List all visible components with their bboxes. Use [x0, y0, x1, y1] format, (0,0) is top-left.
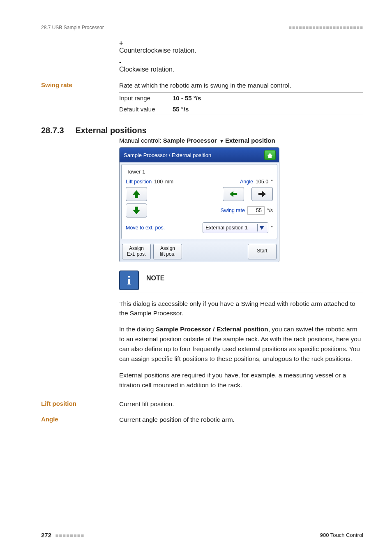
swing-rate-desc: Rate at which the robotic arm is swung i…	[119, 81, 363, 90]
external-position-selected: External position 1	[205, 225, 248, 231]
default-value-row: Default value 55 °/s	[119, 104, 363, 115]
assign-ext-pos-l1: Assign	[126, 246, 147, 252]
angle-unit: °	[271, 179, 273, 185]
assign-lift-pos-l2: lift pos.	[157, 252, 178, 257]
footer-product: 900 Touch Control	[320, 532, 363, 538]
default-value-label: Default value	[119, 104, 173, 115]
breadcrumb-a: Sample Processor	[163, 137, 217, 144]
assign-lift-pos-button[interactable]: Assign lift pos.	[153, 244, 182, 259]
input-range-label: Input range	[119, 93, 173, 104]
lift-position-desc: Current lift position.	[119, 399, 363, 409]
screenshot: Sample Processor / External position Tow…	[119, 147, 279, 262]
angle-heading: Angle	[41, 415, 119, 423]
swing-right-button[interactable]	[251, 187, 273, 201]
input-range-value: 10 - 55 °/s	[173, 93, 363, 104]
external-position-unit: °	[271, 225, 273, 231]
default-value-value: 55 °/s	[173, 104, 363, 115]
lift-position-heading: Lift position	[41, 399, 119, 407]
lift-position-unit: mm	[165, 179, 173, 185]
assign-lift-pos-l1: Assign	[157, 246, 178, 252]
arrow-down-icon	[132, 206, 141, 215]
para1-a: In the dialog	[119, 326, 156, 333]
assign-ext-pos-l2: Ext. pos.	[126, 252, 147, 257]
tower-label: Tower 1	[127, 169, 273, 175]
breadcrumb-separator-icon: ▶	[219, 140, 224, 143]
start-button[interactable]: Start	[248, 244, 277, 259]
svg-marker-2	[258, 191, 266, 197]
breadcrumb-prefix: Manual control:	[119, 137, 163, 144]
note-title: NOTE	[146, 275, 164, 286]
swing-rate-label: Swing rate	[41, 81, 119, 88]
para1-b: Sample Processor / External position	[156, 326, 268, 333]
move-to-ext-pos-label: Move to ext. pos.	[126, 225, 165, 231]
plus-desc: Counterclockwise rotation.	[119, 47, 363, 54]
chevron-down-icon	[257, 224, 265, 231]
angle-label: Angle	[240, 179, 253, 185]
para2: External positions are required if you h…	[119, 370, 363, 390]
input-range-row: Input range 10 - 55 °/s	[119, 93, 363, 104]
home-button[interactable]	[264, 150, 276, 160]
angle-value: 105.0	[256, 179, 268, 185]
breadcrumb-b: External position	[225, 137, 275, 144]
info-icon: i	[119, 271, 139, 290]
section-title: External positions	[75, 126, 146, 135]
section-number: 28.7.3	[41, 126, 64, 135]
lift-up-button[interactable]	[126, 187, 147, 201]
arrow-left-icon	[229, 190, 238, 199]
arrow-right-icon	[258, 190, 267, 199]
svg-marker-0	[133, 190, 140, 198]
footer-ornament: ■■■■■■■■	[55, 532, 85, 539]
external-position-dropdown[interactable]: External position 1	[203, 222, 268, 233]
header-breadcrumb: 28.7 USB Sample Processor	[41, 25, 104, 30]
assign-ext-pos-button[interactable]: Assign Ext. pos.	[122, 244, 151, 259]
note-body: This dialog is accessible only if you ha…	[119, 299, 363, 318]
lift-position-label: Lift position	[126, 179, 152, 185]
arrow-up-icon	[132, 190, 141, 199]
minus-desc: Clockwise rotation.	[119, 66, 363, 73]
lift-down-button[interactable]	[126, 204, 147, 217]
header-ornament: ■■■■■■■■■■■■■■■■■■■■■■	[289, 25, 363, 30]
minus-symbol: -	[119, 58, 363, 66]
svg-marker-3	[133, 207, 140, 214]
angle-desc: Current angle position of the robotic ar…	[119, 415, 363, 424]
swing-rate-unit: °/s	[267, 208, 273, 213]
plus-symbol: +	[119, 39, 363, 47]
swing-rate-input[interactable]: 55	[247, 206, 265, 215]
svg-marker-1	[230, 191, 237, 197]
page-number: 272	[41, 532, 51, 539]
swing-left-button[interactable]	[223, 187, 244, 201]
lift-position-value: 100	[154, 179, 163, 185]
swing-rate-field-label: Swing rate	[221, 208, 245, 213]
screenshot-title: Sample Processor / External position	[124, 152, 211, 158]
svg-marker-4	[259, 226, 264, 230]
